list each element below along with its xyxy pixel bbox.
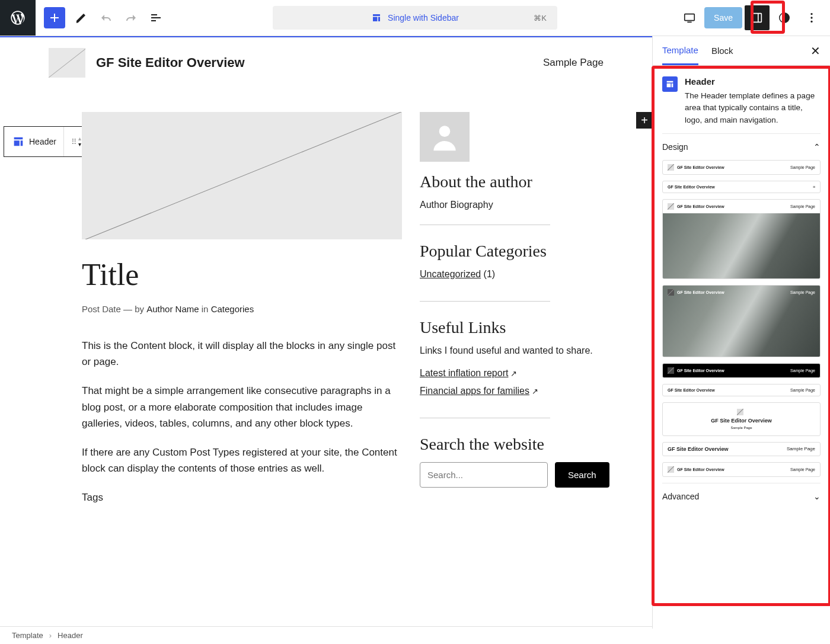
category-link[interactable]: Uncategorized [420,269,481,280]
template-icon [371,12,382,23]
external-icon: ↗ [532,387,538,396]
useful-links-heading: Useful Links [420,318,609,337]
save-button[interactable]: Save [704,7,742,28]
avatar [420,112,470,162]
pattern-option[interactable]: GF Site Editor OverviewSample Page [662,363,821,378]
breadcrumb-item[interactable]: Header [58,631,83,640]
svg-rect-0 [685,14,695,21]
breadcrumb-separator: › [49,631,52,640]
search-heading: Search the website [420,435,609,454]
divider [420,225,550,225]
site-logo-placeholder[interactable] [49,48,85,78]
pattern-option[interactable]: GF Site Editor OverviewSample Page [662,402,821,436]
pattern-option[interactable]: GF Site Editor OverviewSample Page [662,442,821,456]
svg-rect-1 [753,14,762,23]
popular-categories-heading: Popular Categories [420,242,609,261]
author-bio: Author Biography [420,200,609,210]
header-template-icon [662,76,678,92]
chevron-down-icon: ⌄ [813,492,821,501]
document-title: Single with Sidebar [388,13,459,23]
undo-button[interactable] [94,5,119,30]
block-inserter-button[interactable] [44,7,65,28]
settings-sidebar: Template Block ✕ Header The Header templ… [652,36,830,629]
svg-point-5 [810,21,812,23]
options-button[interactable] [799,5,824,30]
featured-image-placeholder[interactable] [82,112,402,239]
divider [420,418,550,418]
search-button[interactable]: Search [555,462,609,488]
tools-button[interactable] [69,5,94,30]
block-appender[interactable]: + [636,112,652,129]
svg-point-3 [810,13,812,15]
block-type-button[interactable]: Header [4,127,64,156]
content-paragraph: If there are any Custom Post Types regis… [82,444,402,476]
useful-link[interactable]: Financial apps for families [420,386,529,396]
tab-template[interactable]: Template [662,37,698,65]
wordpress-logo[interactable] [0,0,36,36]
breadcrumb-item[interactable]: Template [12,631,43,640]
panel-description: The Header template defines a page area … [685,90,821,126]
design-section-toggle[interactable]: Design ⌃ [662,133,821,160]
advanced-section-toggle[interactable]: Advanced ⌄ [662,483,821,510]
divider [420,301,550,302]
pattern-option[interactable]: GF Site Editor OverviewSample Page [662,285,821,357]
search-input[interactable] [420,462,548,488]
svg-point-9 [439,126,451,137]
document-overview-button[interactable] [143,5,168,30]
pattern-option[interactable]: GF Site Editor OverviewSample Page [662,160,821,175]
post-meta: Post Date — by Author Name in Categories [82,304,402,314]
pattern-option[interactable]: GF Site Editor OverviewSample Page [662,384,821,396]
site-title[interactable]: GF Site Editor Overview [96,55,543,71]
header-block[interactable]: GF Site Editor Overview Sample Page [0,37,652,88]
content-paragraph: This is the Content block, it will displ… [82,338,402,370]
content-paragraph: That might be a simple arrangement like … [82,383,402,431]
useful-links-desc: Links I found useful and wanted to share… [420,345,609,356]
useful-link[interactable]: Latest inflation report [420,368,508,379]
about-author-heading: About the author [420,172,609,191]
chevron-up-icon: ⌃ [813,142,821,152]
keyboard-shortcut: ⌘K [534,14,547,23]
editor-canvas: GF Site Editor Overview Sample Page + He… [0,36,652,629]
svg-point-4 [810,17,812,18]
nav-link-sample-page[interactable]: Sample Page [543,57,604,69]
post-title[interactable]: Title [82,257,402,292]
styles-button[interactable] [772,5,797,30]
post-tags: Tags [82,489,402,505]
breadcrumb: Template › Header [0,626,652,644]
pattern-option[interactable]: GF Site Editor OverviewSample Page [662,462,821,477]
top-toolbar: Single with Sidebar ⌘K Save [0,0,830,36]
redo-button[interactable] [119,5,143,30]
document-bar[interactable]: Single with Sidebar ⌘K [273,6,557,30]
pattern-option[interactable]: GF Site Editor OverviewSample Page [662,199,821,279]
tab-block[interactable]: Block [711,37,733,64]
panel-title: Header [685,76,821,86]
close-panel-button[interactable]: ✕ [810,44,821,58]
view-button[interactable] [677,5,702,30]
settings-panel-toggle[interactable] [745,5,770,30]
pattern-option[interactable]: GF Site Editor Overview≡ [662,181,821,193]
external-icon: ↗ [510,369,517,378]
